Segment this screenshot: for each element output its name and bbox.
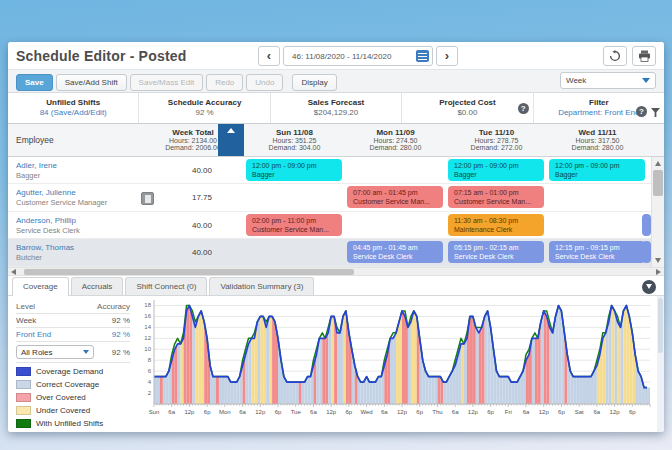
vertical-scroll-thumb[interactable] [653, 170, 663, 196]
tab-shift-connect-0[interactable]: Shift Connect (0) [125, 277, 207, 295]
kpi-value: $0.00 [457, 108, 477, 117]
svg-text:6p: 6p [346, 409, 353, 415]
shift-chip[interactable]: 07:00 am - 01:45 pmCustomer Service Man.… [347, 186, 443, 208]
toolbar-button-save[interactable]: Save [16, 74, 53, 91]
shift-cell-wed[interactable]: 12:15 pm - 09:15 pmService Desk Clerk [547, 239, 648, 266]
toolbar-button-display[interactable]: Display [292, 74, 336, 91]
svg-text:2: 2 [148, 390, 152, 396]
shift-chip[interactable]: 12:00 pm - 09:00 pmBagger [246, 159, 342, 181]
horizontal-scroll-thumb[interactable] [24, 269, 354, 275]
employee-name[interactable]: Barrow, Thomas [16, 243, 168, 253]
employee-role: Butcher [16, 253, 168, 262]
shift-cell-mon[interactable]: 07:00 am - 01:45 pmCustomer Service Man.… [345, 184, 446, 211]
column-header-sun-11-08[interactable]: Sun 11/08Hours: 351.25Demand: 304.00 [244, 124, 345, 156]
schedule-table-body: Adler, IreneBagger40.0012:00 pm - 09:00 … [8, 157, 664, 267]
column-header-wed-11-11[interactable]: Wed 11/11Hours: 317.50Demand: 280.00 [547, 124, 648, 156]
sort-column-header[interactable] [218, 124, 244, 156]
shift-cell-wed[interactable]: 12:00 pm - 09:00 pmBagger [547, 157, 648, 184]
shift-chip[interactable]: 12:00 pm - 09:00 pmBagger [448, 159, 544, 181]
svg-text:12: 12 [144, 335, 151, 341]
column-header-week-total[interactable]: Week TotalHours: 2134.00Demand: 2006.00 [168, 124, 218, 156]
shift-cell-sun[interactable] [244, 184, 345, 211]
shift-cell-wed[interactable] [547, 184, 648, 211]
legend-swatch [16, 367, 31, 376]
tabs-container: CoverageAccrualsShift Connect (0)Validat… [12, 276, 316, 295]
shift-cell-mon[interactable]: 04:45 pm - 01:45 amService Desk Clerk [345, 239, 446, 266]
shift-cell-tue[interactable]: 11:30 am - 08:30 pmMaintenance Clerk [446, 212, 547, 239]
print-button[interactable] [632, 46, 656, 66]
svg-text:Sat: Sat [575, 409, 584, 415]
shift-chip[interactable]: 04:45 pm - 01:45 amService Desk Clerk [347, 241, 443, 263]
employee-name[interactable]: Anderson, Phillip [16, 216, 168, 226]
shift-cell-sun[interactable] [244, 239, 345, 266]
shift-chip[interactable]: 12:00 pm - 09:00 pmBagger [549, 159, 645, 181]
table-row[interactable]: Anderson, PhillipService Desk Clerk40.00… [8, 212, 664, 240]
toolbar-button-save-mass-edit: Save/Mass Edit [130, 74, 204, 91]
scroll-up-icon[interactable] [655, 161, 661, 166]
shift-cell-mon[interactable] [345, 157, 446, 184]
filter-icon[interactable] [651, 103, 660, 121]
shift-chip[interactable]: 05:15 pm - 02:15 amService Desk Clerk [448, 241, 544, 263]
kpi-value[interactable]: Department: Front End [558, 108, 639, 117]
table-row[interactable]: Barrow, ThomasButcher40.0004:45 pm - 01:… [8, 239, 664, 267]
sort-column-cell [218, 184, 244, 211]
table-row[interactable]: Agutter, JulienneCustomer Service Manage… [8, 184, 664, 212]
prev-week-button[interactable]: ‹ [258, 46, 280, 66]
chevron-down-icon [83, 350, 89, 354]
coverage-area-chart: 24681012141618Sun6a12p6pMon6a12p6pTue6a1… [136, 296, 656, 428]
shift-role: Customer Service Man... [252, 225, 342, 234]
employee-cell[interactable]: Anderson, PhillipService Desk Clerk [8, 212, 168, 239]
header-text: Demand: 272.00 [471, 144, 523, 151]
employee-cell[interactable]: Agutter, JulienneCustomer Service Manage… [8, 184, 168, 211]
svg-text:12p: 12p [326, 409, 337, 415]
help-icon[interactable]: ? [518, 103, 529, 114]
toolbar-buttons: SaveSave/Add ShiftSave/Mass EditRedoUndo… [16, 71, 340, 91]
collapse-panel-button[interactable] [642, 280, 656, 294]
kpi-value[interactable]: 84 (Save/Add/Edit) [40, 108, 107, 117]
legend-item-correct-coverage: Correct Coverage [16, 380, 130, 389]
tab-accruals[interactable]: Accruals [71, 277, 124, 295]
shift-chip-partial[interactable] [642, 214, 651, 236]
legend-swatch [16, 380, 31, 389]
help-icon[interactable]: ? [636, 106, 647, 117]
panel-scrollbar[interactable] [657, 296, 664, 432]
next-week-button[interactable]: › [436, 46, 458, 66]
shift-chip[interactable]: 11:30 am - 08:30 pmMaintenance Clerk [448, 214, 544, 236]
table-vertical-scrollbar[interactable] [651, 157, 664, 267]
week-range-field[interactable]: 46: 11/08/2020 - 11/14/2020 [283, 46, 433, 66]
table-horizontal-scrollbar[interactable] [8, 267, 664, 276]
shift-cell-tue[interactable]: 05:15 pm - 02:15 amService Desk Clerk [446, 239, 547, 266]
shift-chip-partial[interactable] [642, 241, 651, 263]
shift-chip[interactable]: 07:15 am - 01:00 pmCustomer Service Man.… [448, 186, 544, 208]
scroll-right-icon[interactable] [656, 269, 661, 275]
employee-name[interactable]: Adler, Irene [16, 161, 168, 171]
shift-cell-sun[interactable]: 12:00 pm - 09:00 pmBagger [244, 157, 345, 184]
shift-chip[interactable]: 02:00 pm - 11:00 pmCustomer Service Man.… [246, 214, 342, 236]
scroll-left-icon[interactable] [11, 269, 16, 275]
tab-coverage[interactable]: Coverage [12, 277, 69, 296]
employee-cell[interactable]: Barrow, ThomasButcher [8, 239, 168, 266]
panel-scroll-thumb[interactable] [658, 298, 663, 353]
shift-cell-wed[interactable] [547, 212, 648, 239]
header-text: Hours: 278.75 [475, 137, 519, 144]
view-select[interactable]: Week [560, 72, 656, 89]
table-row[interactable]: Adler, IreneBagger40.0012:00 pm - 09:00 … [8, 157, 664, 185]
toolbar-button-save-add-shift[interactable]: Save/Add Shift [56, 74, 127, 91]
svg-text:14: 14 [144, 324, 151, 330]
roles-select[interactable]: All Roles [16, 345, 94, 359]
tab-validation-summary-3[interactable]: Validation Summary (3) [209, 277, 314, 295]
shift-chip[interactable]: 12:15 pm - 09:15 pmService Desk Clerk [549, 241, 645, 263]
shift-cell-tue[interactable]: 07:15 am - 01:00 pmCustomer Service Man.… [446, 184, 547, 211]
svg-text:6a: 6a [381, 409, 388, 415]
calendar-icon[interactable] [416, 50, 429, 62]
column-header-tue-11-10[interactable]: Tue 11/10Hours: 278.75Demand: 272.00 [446, 124, 547, 156]
employee-cell[interactable]: Adler, IreneBagger [8, 157, 168, 184]
refresh-button[interactable] [603, 46, 627, 66]
column-header-employee[interactable]: Employee [8, 124, 168, 156]
scroll-down-icon[interactable] [655, 258, 661, 263]
shift-cell-tue[interactable]: 12:00 pm - 09:00 pmBagger [446, 157, 547, 184]
column-header-mon-11-09[interactable]: Mon 11/09Hours: 274.50Demand: 280.00 [345, 124, 446, 156]
shift-cell-sun[interactable]: 02:00 pm - 11:00 pmCustomer Service Man.… [244, 212, 345, 239]
level-label[interactable]: Front End [16, 330, 51, 339]
shift-cell-mon[interactable] [345, 212, 446, 239]
